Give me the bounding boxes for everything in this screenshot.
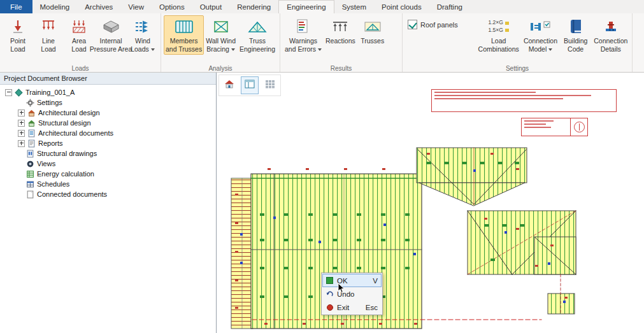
wall-wind-bracing-button[interactable]: Wall Wind Bracing	[204, 15, 238, 55]
warnings-and-errors-button[interactable]: Warnings and Errors	[283, 15, 324, 55]
label-line: Line	[41, 37, 55, 45]
connection-model-button[interactable]: Connection Model	[522, 15, 559, 55]
menu-item-shortcut: V	[373, 277, 378, 285]
label-line: Load	[478, 37, 519, 45]
tree-item-architectural-design[interactable]: Architectural design	[1, 108, 216, 118]
canvas-view-toolbar	[218, 74, 281, 96]
warnings-and-errors-label: Warnings and Errors	[285, 37, 322, 53]
label-line: Connection	[524, 37, 557, 45]
tab-archives[interactable]: Archives	[77, 0, 120, 13]
connection-details-button[interactable]: Connection Details	[592, 15, 629, 55]
trusses-button[interactable]: Trusses	[357, 15, 388, 47]
tree-item-views[interactable]: Views	[1, 159, 216, 169]
dropdown-arrow-icon	[318, 48, 322, 51]
tree-item-architectural-documents[interactable]: Architectural documents	[1, 128, 216, 138]
tab-system[interactable]: System	[334, 0, 374, 13]
menu-item-label: Exit	[337, 304, 349, 311]
ribbon-group-analysis: Members and Trusses Wall Wind Bracing	[161, 13, 280, 72]
warnings-and-errors-icon	[296, 17, 311, 36]
load-combinations-label: Load Combinations	[478, 37, 519, 53]
tab-point-clouds[interactable]: Point clouds	[374, 0, 429, 13]
title-block-annotation	[431, 89, 617, 112]
label-line: Reactions	[326, 37, 355, 45]
reactions-label: Reactions	[326, 37, 355, 45]
ribbon-group-loads: Point Load Line Load	[0, 13, 161, 72]
label-line: Connection	[594, 37, 627, 45]
grid-layout-button[interactable]	[261, 76, 279, 94]
building-code-label: Building Code	[564, 37, 587, 53]
tab-options[interactable]: Options	[152, 0, 192, 13]
internal-pressure-area-button[interactable]: Internal Pressure Area	[94, 15, 127, 55]
label-line: Pressure Area	[90, 45, 132, 53]
tab-modeling[interactable]: Modeling	[32, 0, 78, 13]
reactions-button[interactable]: Reactions	[324, 15, 357, 47]
tab-file[interactable]: File	[0, 0, 32, 13]
label-line: Point	[10, 37, 25, 45]
expand-icon[interactable]	[18, 110, 25, 117]
building-code-icon	[569, 17, 583, 36]
project-icon	[15, 89, 23, 97]
tab-drafting[interactable]: Drafting	[429, 0, 470, 13]
label-line: Wind	[131, 37, 155, 45]
collapse-icon[interactable]	[5, 89, 12, 96]
annotation-text-line	[434, 95, 591, 96]
truss-engineering-icon	[248, 17, 267, 36]
grid-layout-icon	[265, 80, 275, 91]
label-line: Members	[166, 37, 202, 45]
context-menu-exit[interactable]: Exit Esc	[322, 301, 382, 314]
tab-view[interactable]: View	[120, 0, 152, 13]
tree-item-label: Structural design	[38, 119, 91, 127]
point-load-button[interactable]: Point Load	[3, 15, 33, 55]
tree-item-training-001-a[interactable]: Training_001_A	[1, 87, 216, 97]
tree-item-schedules[interactable]: Schedules	[1, 179, 216, 189]
tree-item-reports[interactable]: Reports	[1, 138, 216, 148]
tab-engineering[interactable]: Engineering	[278, 0, 334, 13]
tree-item-label: Schedules	[37, 180, 69, 188]
label-line: Details	[594, 45, 627, 53]
annotation-text-line	[524, 124, 546, 125]
truss-engineering-button[interactable]: Truss Engineering	[238, 15, 277, 55]
tree-item-structural-drawings[interactable]: Structural drawings	[1, 148, 216, 159]
energy-calculation-icon	[26, 170, 34, 178]
home-view-button[interactable]	[220, 76, 238, 94]
tree-item-structural-design[interactable]: Structural design	[1, 118, 216, 128]
panel-layout-button[interactable]	[241, 76, 259, 94]
drawing-canvas[interactable]: OK V Undo Exit Esc	[217, 73, 644, 333]
tree-item-connected-documents[interactable]: Connected documents	[1, 189, 216, 199]
combo-mark-icon	[505, 29, 509, 32]
label-line: Load	[71, 45, 86, 53]
context-menu-ok[interactable]: OK V	[322, 274, 382, 287]
line-load-button[interactable]: Line Load	[33, 15, 64, 55]
ok-icon	[326, 277, 333, 284]
expand-icon[interactable]	[18, 140, 25, 147]
home-icon	[224, 80, 234, 91]
expand-icon[interactable]	[18, 120, 25, 127]
members-and-trusses-label: Members and Trusses	[166, 37, 202, 53]
context-menu: OK V Undo Exit Esc	[321, 273, 383, 315]
tree-item-energy-calculation[interactable]: Energy calculation	[1, 169, 216, 179]
wind-loads-label: Wind Loads	[131, 37, 155, 53]
wind-loads-button[interactable]: Wind Loads	[127, 15, 158, 55]
label-line: Bracing	[206, 45, 236, 53]
exit-icon	[326, 304, 333, 311]
tab-output[interactable]: Output	[192, 0, 230, 13]
label-line: Internal	[90, 37, 132, 45]
gear-icon	[26, 99, 34, 107]
expand-icon[interactable]	[18, 130, 25, 137]
label-line: Trusses	[361, 37, 384, 45]
area-load-icon	[71, 17, 87, 36]
roof-panels-checkbox[interactable]	[408, 20, 417, 29]
point-load-icon	[10, 17, 25, 36]
group-label-results: Results	[280, 65, 402, 72]
building-code-button[interactable]: Building Code	[561, 15, 591, 55]
line-load-label: Line Load	[41, 37, 55, 53]
context-menu-undo[interactable]: Undo	[322, 287, 382, 301]
tab-rendering[interactable]: Rendering	[229, 0, 278, 13]
tree-item-label: Energy calculation	[37, 170, 94, 178]
documents-icon	[27, 129, 36, 138]
load-combinations-button[interactable]: 1.2×G 1.5×G Load Combinations	[476, 15, 520, 55]
truss-engineering-label: Truss Engineering	[240, 37, 275, 53]
annotation-text-line	[434, 92, 536, 93]
tree-item-settings[interactable]: Settings	[1, 97, 216, 108]
members-and-trusses-button[interactable]: Members and Trusses	[164, 15, 204, 55]
